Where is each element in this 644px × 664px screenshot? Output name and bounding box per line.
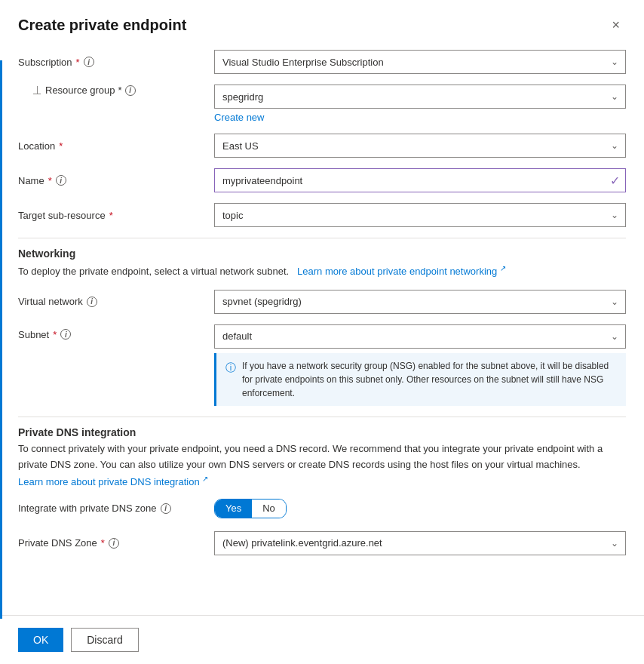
target-sub-resource-select-wrapper: topic ⌄: [214, 203, 626, 227]
private-dns-zone-row: Private DNS Zone * i (New) privatelink.e…: [18, 531, 626, 555]
subnet-row: Subnet * i default ⌄ ⓘ If you have a net…: [18, 324, 626, 406]
target-sub-resource-row: Target sub-resource * topic ⌄: [18, 203, 626, 227]
subscription-select-wrapper: Visual Studio Enterprise Subscription ⌄: [214, 50, 626, 74]
private-dns-learn-more-link[interactable]: Learn more about private DNS integration…: [18, 476, 208, 487]
resource-group-label-area: Resource group * i: [18, 85, 214, 96]
section-divider-2: [18, 417, 626, 417]
location-label: Location *: [18, 140, 214, 152]
private-dns-zone-required: *: [101, 537, 105, 549]
resource-group-select-wrapper: spegridrg ⌄: [214, 85, 626, 109]
integrate-dns-label: Integrate with private DNS zone i: [18, 503, 214, 514]
target-sub-resource-select[interactable]: topic: [214, 203, 626, 227]
location-required: *: [59, 140, 63, 152]
private-dns-external-icon: ↗: [202, 474, 208, 482]
subscription-row: Subscription * i Visual Studio Enterpris…: [18, 50, 626, 74]
virtual-network-row: Virtual network i spvnet (spegridrg) ⌄: [18, 290, 626, 314]
left-accent-bar: [0, 60, 2, 619]
name-input-wrapper: ✓: [214, 168, 626, 192]
virtual-network-label: Virtual network i: [18, 296, 214, 307]
target-sub-resource-control: topic ⌄: [214, 203, 626, 227]
private-dns-heading: Private DNS integration: [18, 426, 626, 438]
virtual-network-select[interactable]: spvnet (spegridrg): [214, 290, 626, 314]
subscription-select[interactable]: Visual Studio Enterprise Subscription: [214, 50, 626, 74]
networking-external-icon: ↗: [500, 264, 506, 272]
networking-learn-more-link[interactable]: Learn more about private endpoint networ…: [294, 266, 505, 277]
subnet-info-box: ⓘ If you have a network security group (…: [214, 353, 626, 406]
resource-group-select[interactable]: spegridrg: [214, 85, 626, 109]
section-divider-1: [18, 238, 626, 238]
subnet-select[interactable]: default: [214, 324, 626, 349]
name-label: Name * i: [18, 175, 214, 186]
resource-group-row: Resource group * i spegridrg ⌄ Create ne…: [18, 85, 626, 123]
subscription-control: Visual Studio Enterprise Subscription ⌄: [214, 50, 626, 74]
target-sub-resource-required: *: [109, 210, 113, 221]
name-row: Name * i ✓: [18, 168, 626, 192]
private-dns-section: Private DNS integration To connect priva…: [18, 426, 626, 555]
subnet-label: Subnet * i: [18, 324, 214, 340]
name-check-icon: ✓: [610, 174, 620, 188]
create-private-endpoint-dialog: Create private endpoint × Subscription *…: [0, 0, 644, 664]
target-sub-resource-label: Target sub-resource *: [18, 210, 214, 221]
subscription-required: *: [76, 57, 80, 68]
location-control: East US ⌄: [214, 134, 626, 158]
subscription-info-icon[interactable]: i: [84, 57, 94, 67]
networking-section: Networking To deploy the private endpoin…: [18, 247, 626, 406]
name-required: *: [48, 175, 52, 186]
integrate-dns-info-icon[interactable]: i: [161, 503, 171, 514]
dialog-title: Create private endpoint: [18, 17, 186, 34]
integrate-dns-toggle-container: Yes No: [214, 499, 626, 518]
virtual-network-control: spvnet (spegridrg) ⌄: [214, 290, 626, 314]
private-dns-zone-control: (New) privatelink.eventgrid.azure.net ⌄: [214, 531, 626, 555]
location-row: Location * East US ⌄: [18, 134, 626, 158]
private-dns-zone-label: Private DNS Zone * i: [18, 537, 214, 549]
resource-group-control: spegridrg ⌄ Create new: [214, 85, 626, 123]
location-select-wrapper: East US ⌄: [214, 134, 626, 158]
virtual-network-select-wrapper: spvnet (spegridrg) ⌄: [214, 290, 626, 314]
resource-group-required: *: [118, 85, 122, 96]
private-dns-zone-select-wrapper: (New) privatelink.eventgrid.azure.net ⌄: [214, 531, 626, 555]
virtual-network-info-icon[interactable]: i: [87, 297, 97, 307]
discard-button[interactable]: Discard: [71, 628, 138, 652]
dialog-body: Subscription * i Visual Studio Enterpris…: [0, 44, 644, 615]
name-input[interactable]: [214, 168, 626, 192]
create-new-link[interactable]: Create new: [214, 112, 264, 123]
toggle-no-option[interactable]: No: [252, 500, 286, 518]
private-dns-zone-select[interactable]: (New) privatelink.eventgrid.azure.net: [214, 531, 626, 555]
private-dns-description: To connect privately with your private e…: [18, 441, 626, 490]
info-box-icon: ⓘ: [225, 360, 236, 400]
subscription-label: Subscription * i: [18, 57, 214, 68]
ok-button[interactable]: OK: [18, 628, 63, 652]
location-select[interactable]: East US: [214, 134, 626, 158]
integrate-dns-control: Yes No: [214, 499, 626, 518]
subnet-select-wrapper: default ⌄: [214, 324, 626, 349]
dialog-header: Create private endpoint ×: [0, 0, 644, 44]
subnet-control: default ⌄ ⓘ If you have a network securi…: [214, 324, 626, 406]
networking-description: To deploy the private endpoint, select a…: [18, 263, 626, 279]
dialog-footer: OK Discard: [0, 615, 644, 664]
name-control: ✓: [214, 168, 626, 192]
networking-heading: Networking: [18, 247, 626, 260]
private-dns-zone-info-icon[interactable]: i: [109, 538, 119, 549]
resource-group-info-icon[interactable]: i: [125, 85, 136, 96]
toggle-yes-option[interactable]: Yes: [215, 500, 252, 518]
yes-no-toggle[interactable]: Yes No: [214, 499, 287, 518]
subnet-required: *: [53, 329, 57, 340]
resource-group-label: Resource group * i: [45, 85, 136, 96]
name-info-icon[interactable]: i: [56, 175, 66, 186]
subnet-info-icon[interactable]: i: [60, 329, 71, 340]
close-button[interactable]: ×: [606, 15, 626, 35]
integrate-dns-row: Integrate with private DNS zone i Yes No: [18, 496, 626, 521]
